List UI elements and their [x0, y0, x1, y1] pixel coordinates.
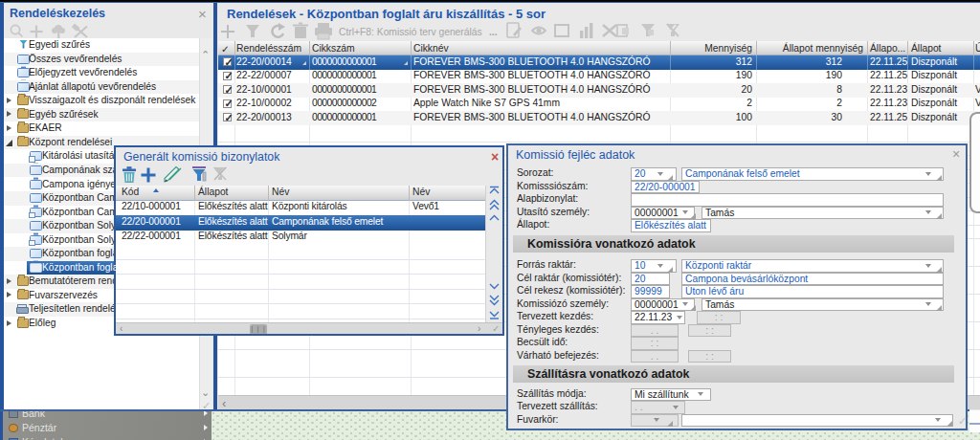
- svg-text:...: ...: [489, 27, 498, 37]
- svg-text:Ctrl+F8: Komissió terv generál: Ctrl+F8: Komissió terv generálás: [339, 27, 482, 37]
